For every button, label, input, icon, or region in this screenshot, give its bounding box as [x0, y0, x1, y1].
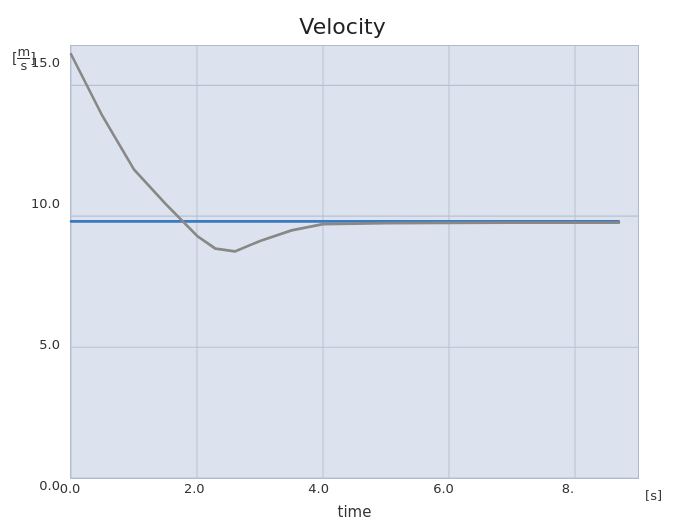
- right-spacer: [639, 45, 675, 521]
- x-unit: [s]: [645, 488, 662, 503]
- x-ticks-row: 0.0 2.0 4.0 6.0 8. [s]: [70, 479, 639, 503]
- plot-area-wrapper: 0.0 2.0 4.0 6.0 8. [s] time: [70, 45, 639, 521]
- chart-body: [ms] 15.0 10.0 5.0 0.0: [10, 45, 675, 521]
- x-tick-6: 6.0: [433, 481, 454, 496]
- y-ticks: 15.0 10.0 5.0 0.0: [31, 55, 64, 493]
- chart-svg: [71, 46, 638, 478]
- x-axis-label: time: [338, 503, 372, 521]
- y-unit-den: s: [20, 59, 27, 72]
- y-unit-num: m: [17, 45, 30, 58]
- y-tick-15: 15.0: [31, 55, 64, 70]
- x-tick-2: 2.0: [184, 481, 205, 496]
- chart-title: Velocity: [299, 14, 385, 39]
- x-axis-label-area: time: [70, 503, 639, 521]
- plot-area: [70, 45, 639, 479]
- x-tick-8: 8.: [562, 481, 574, 496]
- x-ticks-container: 0.0 2.0 4.0 6.0 8. [s]: [70, 481, 630, 503]
- y-tick-10: 10.0: [31, 196, 64, 211]
- x-tick-4: 4.0: [308, 481, 329, 496]
- chart-container: Velocity [ms] 15.0 10.0 5.0 0.0: [0, 0, 685, 531]
- y-axis-area: [ms] 15.0 10.0 5.0 0.0: [10, 45, 70, 521]
- y-tick-5: 5.0: [31, 337, 64, 352]
- x-tick-0: 0.0: [60, 481, 81, 496]
